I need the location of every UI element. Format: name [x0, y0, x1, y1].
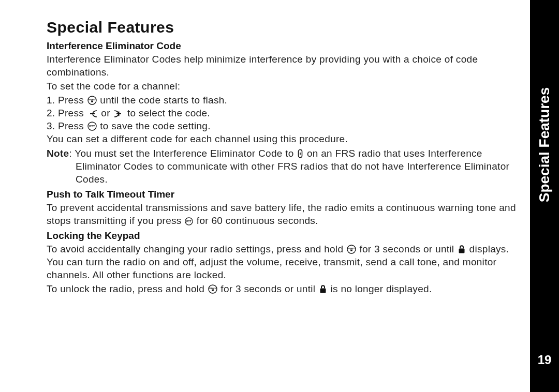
interference-intro: Interference Eliminator Codes help minim…: [47, 53, 518, 79]
lock-p1: To avoid accidentally changing your radi…: [47, 243, 518, 281]
plus-icon: [113, 110, 124, 118]
lock-icon: [319, 284, 327, 294]
step-1-b: until the code starts to flash.: [100, 95, 227, 105]
menu-lock-icon: MENU: [208, 284, 217, 294]
interference-steps: 1. Press MENU until the code starts to f…: [47, 94, 518, 132]
svg-text:MENU: MENU: [209, 287, 216, 290]
svg-text:MENU: MENU: [89, 98, 96, 101]
step-2-b: or: [101, 108, 113, 118]
menu-lock-icon: MENU: [87, 96, 97, 105]
lock-icon: [458, 245, 466, 254]
section-heading-ptt: Push to Talk Timeout Timer: [47, 189, 518, 200]
step-3-a: 3. Press: [47, 120, 87, 131]
step-1-a: 1. Press: [47, 95, 87, 105]
note-label: Note: [47, 148, 69, 159]
lock-p2-a: To unlock the radio, press and hold: [47, 283, 208, 294]
interference-after: You can set a different code for each ch…: [47, 132, 518, 145]
interference-setline: To set the code for a channel:: [47, 80, 518, 93]
step-3: 3. Press PTT to save the code setting.: [47, 119, 518, 132]
svg-rect-14: [350, 250, 352, 251]
page-number: 19: [530, 353, 559, 367]
minus-icon: [87, 110, 98, 118]
svg-text:MENU: MENU: [348, 247, 355, 249]
lock-p1-b: for 3 seconds or until: [359, 244, 457, 254]
svg-text:PTT: PTT: [186, 220, 192, 223]
section-heading-lock: Locking the Keypad: [47, 230, 518, 242]
svg-rect-2: [91, 101, 93, 102]
step-1: 1. Press MENU until the code starts to f…: [47, 94, 518, 107]
side-tab-label-wrap: Special Features: [530, 0, 559, 290]
lock-p2: To unlock the radio, press and hold MENU…: [47, 282, 518, 295]
ptt-body: To prevent accidental transmissions and …: [47, 201, 518, 227]
step-2-c: to select the code.: [127, 108, 210, 118]
section-heading-interference: Interference Eliminator Code: [47, 40, 518, 52]
step-2-a: 2. Press: [47, 108, 87, 118]
lock-p2-c: is no longer displayed.: [331, 283, 432, 294]
svg-rect-18: [212, 290, 214, 291]
svg-rect-15: [459, 248, 464, 253]
svg-rect-9: [300, 153, 301, 155]
page-title: Special Features: [47, 19, 518, 36]
note-a: : You must set the Interference Eliminat…: [69, 148, 297, 159]
side-tab-label: Special Features: [536, 87, 553, 203]
ptt-icon: PTT: [87, 122, 97, 131]
step-3-b: to save the code setting.: [100, 120, 210, 131]
step-2: 2. Press or to select the code.: [47, 107, 518, 119]
ptt-body-b: for 60 continuous seconds.: [197, 215, 318, 226]
side-tab: Special Features 19: [530, 0, 559, 392]
svg-text:PTT: PTT: [89, 125, 95, 128]
interference-note: Note: You must set the Interference Elim…: [47, 147, 518, 186]
lock-p1-a: To avoid accidentally changing your radi…: [47, 244, 346, 254]
zero-glyph-icon: [297, 149, 303, 158]
lock-p2-b: for 3 seconds or until: [220, 283, 318, 294]
menu-lock-icon: MENU: [347, 245, 356, 254]
ptt-icon: PTT: [185, 217, 193, 225]
svg-rect-19: [320, 289, 326, 293]
